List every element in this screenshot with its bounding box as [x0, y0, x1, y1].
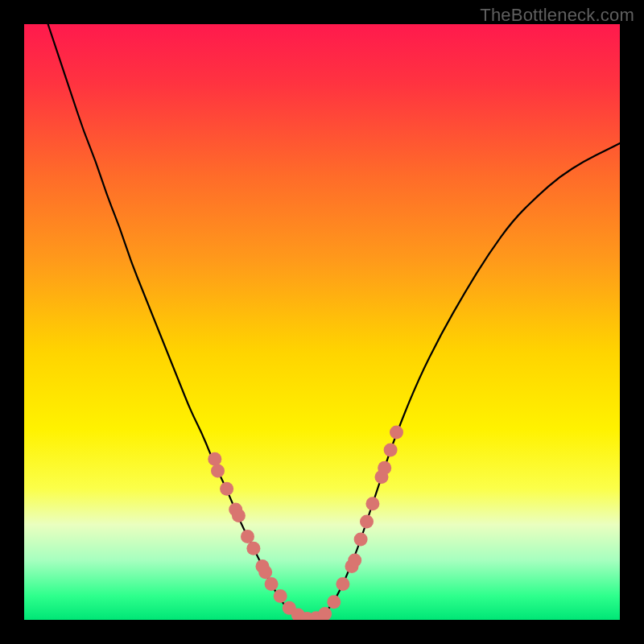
marker-dot	[274, 589, 287, 603]
chart-svg	[24, 24, 620, 620]
marker-dot	[232, 509, 246, 522]
gradient-background	[24, 24, 620, 620]
marker-dot	[211, 464, 225, 478]
marker-dot	[378, 461, 391, 475]
marker-dot	[265, 577, 279, 591]
marker-dot	[348, 554, 361, 568]
marker-dot	[365, 497, 379, 510]
marker-dot	[327, 595, 341, 609]
chart-frame: TheBottleneck.com	[0, 0, 644, 644]
marker-dot	[241, 530, 254, 543]
marker-dot	[246, 542, 260, 555]
marker-dot	[208, 452, 221, 466]
marker-dot	[220, 482, 233, 496]
marker-dot	[336, 577, 349, 591]
marker-dot	[390, 425, 403, 439]
marker-dot	[384, 444, 398, 457]
marker-dot	[354, 533, 368, 547]
marker-dot	[258, 565, 272, 579]
marker-dot	[360, 514, 374, 528]
watermark-text: TheBottleneck.com	[480, 5, 634, 26]
plot-area	[24, 24, 620, 620]
